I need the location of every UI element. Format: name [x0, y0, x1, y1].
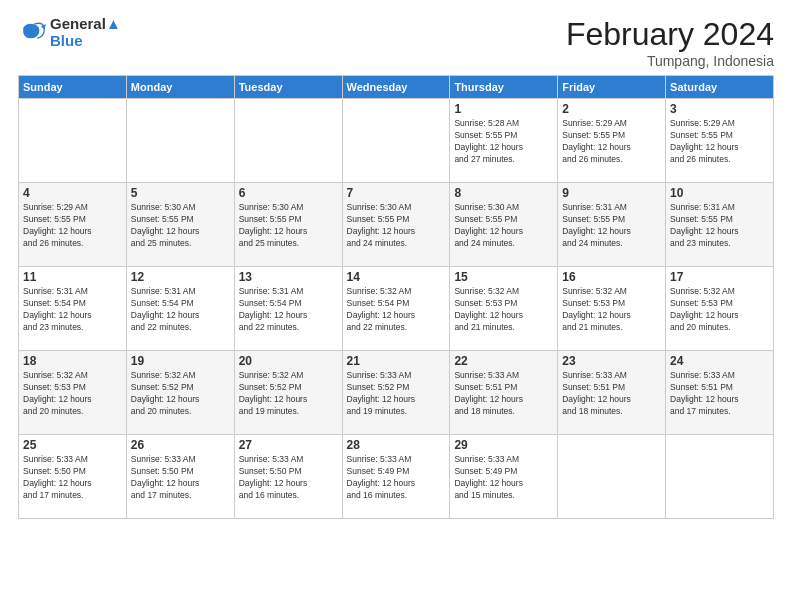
day-number: 20 — [239, 354, 338, 368]
day-number: 4 — [23, 186, 122, 200]
day-number: 18 — [23, 354, 122, 368]
day-info: Sunrise: 5:33 AM Sunset: 5:49 PM Dayligh… — [347, 454, 446, 502]
col-sunday: Sunday — [19, 76, 127, 99]
day-info: Sunrise: 5:31 AM Sunset: 5:54 PM Dayligh… — [23, 286, 122, 334]
calendar-cell: 3Sunrise: 5:29 AM Sunset: 5:55 PM Daylig… — [666, 99, 774, 183]
day-number: 1 — [454, 102, 553, 116]
day-number: 5 — [131, 186, 230, 200]
week-row-2: 4Sunrise: 5:29 AM Sunset: 5:55 PM Daylig… — [19, 183, 774, 267]
day-number: 3 — [670, 102, 769, 116]
calendar-cell: 15Sunrise: 5:32 AM Sunset: 5:53 PM Dayli… — [450, 267, 558, 351]
week-row-5: 25Sunrise: 5:33 AM Sunset: 5:50 PM Dayli… — [19, 435, 774, 519]
calendar-cell: 26Sunrise: 5:33 AM Sunset: 5:50 PM Dayli… — [126, 435, 234, 519]
day-info: Sunrise: 5:32 AM Sunset: 5:53 PM Dayligh… — [670, 286, 769, 334]
day-number: 9 — [562, 186, 661, 200]
day-number: 17 — [670, 270, 769, 284]
calendar-cell: 16Sunrise: 5:32 AM Sunset: 5:53 PM Dayli… — [558, 267, 666, 351]
calendar-cell: 5Sunrise: 5:30 AM Sunset: 5:55 PM Daylig… — [126, 183, 234, 267]
day-info: Sunrise: 5:33 AM Sunset: 5:49 PM Dayligh… — [454, 454, 553, 502]
day-number: 28 — [347, 438, 446, 452]
day-number: 23 — [562, 354, 661, 368]
day-number: 24 — [670, 354, 769, 368]
calendar-cell: 12Sunrise: 5:31 AM Sunset: 5:54 PM Dayli… — [126, 267, 234, 351]
week-row-4: 18Sunrise: 5:32 AM Sunset: 5:53 PM Dayli… — [19, 351, 774, 435]
day-number: 7 — [347, 186, 446, 200]
day-number: 8 — [454, 186, 553, 200]
day-number: 10 — [670, 186, 769, 200]
header-row: Sunday Monday Tuesday Wednesday Thursday… — [19, 76, 774, 99]
day-info: Sunrise: 5:29 AM Sunset: 5:55 PM Dayligh… — [23, 202, 122, 250]
col-friday: Friday — [558, 76, 666, 99]
calendar-cell: 6Sunrise: 5:30 AM Sunset: 5:55 PM Daylig… — [234, 183, 342, 267]
calendar-table: Sunday Monday Tuesday Wednesday Thursday… — [18, 75, 774, 519]
title-block: February 2024 Tumpang, Indonesia — [566, 16, 774, 69]
calendar-cell: 24Sunrise: 5:33 AM Sunset: 5:51 PM Dayli… — [666, 351, 774, 435]
day-info: Sunrise: 5:31 AM Sunset: 5:54 PM Dayligh… — [131, 286, 230, 334]
day-number: 12 — [131, 270, 230, 284]
calendar-cell: 22Sunrise: 5:33 AM Sunset: 5:51 PM Dayli… — [450, 351, 558, 435]
calendar-cell: 27Sunrise: 5:33 AM Sunset: 5:50 PM Dayli… — [234, 435, 342, 519]
header: General▲ Blue February 2024 Tumpang, Ind… — [18, 16, 774, 69]
day-info: Sunrise: 5:32 AM Sunset: 5:52 PM Dayligh… — [131, 370, 230, 418]
calendar-cell — [19, 99, 127, 183]
title-location: Tumpang, Indonesia — [566, 53, 774, 69]
calendar-cell: 4Sunrise: 5:29 AM Sunset: 5:55 PM Daylig… — [19, 183, 127, 267]
calendar-cell: 2Sunrise: 5:29 AM Sunset: 5:55 PM Daylig… — [558, 99, 666, 183]
day-info: Sunrise: 5:30 AM Sunset: 5:55 PM Dayligh… — [454, 202, 553, 250]
calendar-cell — [558, 435, 666, 519]
calendar-cell: 20Sunrise: 5:32 AM Sunset: 5:52 PM Dayli… — [234, 351, 342, 435]
col-monday: Monday — [126, 76, 234, 99]
day-number: 11 — [23, 270, 122, 284]
calendar-cell: 25Sunrise: 5:33 AM Sunset: 5:50 PM Dayli… — [19, 435, 127, 519]
logo-text: General▲ Blue — [50, 16, 121, 49]
day-info: Sunrise: 5:33 AM Sunset: 5:51 PM Dayligh… — [670, 370, 769, 418]
day-info: Sunrise: 5:33 AM Sunset: 5:50 PM Dayligh… — [131, 454, 230, 502]
day-number: 14 — [347, 270, 446, 284]
day-number: 21 — [347, 354, 446, 368]
day-info: Sunrise: 5:33 AM Sunset: 5:51 PM Dayligh… — [562, 370, 661, 418]
day-info: Sunrise: 5:33 AM Sunset: 5:51 PM Dayligh… — [454, 370, 553, 418]
day-info: Sunrise: 5:32 AM Sunset: 5:53 PM Dayligh… — [23, 370, 122, 418]
day-number: 25 — [23, 438, 122, 452]
calendar-cell — [234, 99, 342, 183]
day-info: Sunrise: 5:31 AM Sunset: 5:55 PM Dayligh… — [670, 202, 769, 250]
day-info: Sunrise: 5:33 AM Sunset: 5:50 PM Dayligh… — [239, 454, 338, 502]
calendar-cell: 14Sunrise: 5:32 AM Sunset: 5:54 PM Dayli… — [342, 267, 450, 351]
day-info: Sunrise: 5:30 AM Sunset: 5:55 PM Dayligh… — [239, 202, 338, 250]
day-number: 2 — [562, 102, 661, 116]
day-info: Sunrise: 5:30 AM Sunset: 5:55 PM Dayligh… — [347, 202, 446, 250]
day-info: Sunrise: 5:32 AM Sunset: 5:53 PM Dayligh… — [562, 286, 661, 334]
calendar-cell: 17Sunrise: 5:32 AM Sunset: 5:53 PM Dayli… — [666, 267, 774, 351]
week-row-3: 11Sunrise: 5:31 AM Sunset: 5:54 PM Dayli… — [19, 267, 774, 351]
calendar-cell: 29Sunrise: 5:33 AM Sunset: 5:49 PM Dayli… — [450, 435, 558, 519]
calendar-cell — [126, 99, 234, 183]
page: General▲ Blue February 2024 Tumpang, Ind… — [0, 0, 792, 529]
day-info: Sunrise: 5:31 AM Sunset: 5:54 PM Dayligh… — [239, 286, 338, 334]
calendar-cell: 13Sunrise: 5:31 AM Sunset: 5:54 PM Dayli… — [234, 267, 342, 351]
day-info: Sunrise: 5:28 AM Sunset: 5:55 PM Dayligh… — [454, 118, 553, 166]
day-info: Sunrise: 5:32 AM Sunset: 5:54 PM Dayligh… — [347, 286, 446, 334]
day-number: 15 — [454, 270, 553, 284]
calendar-cell: 7Sunrise: 5:30 AM Sunset: 5:55 PM Daylig… — [342, 183, 450, 267]
calendar-cell: 28Sunrise: 5:33 AM Sunset: 5:49 PM Dayli… — [342, 435, 450, 519]
calendar-cell: 21Sunrise: 5:33 AM Sunset: 5:52 PM Dayli… — [342, 351, 450, 435]
calendar-cell: 10Sunrise: 5:31 AM Sunset: 5:55 PM Dayli… — [666, 183, 774, 267]
calendar-cell: 1Sunrise: 5:28 AM Sunset: 5:55 PM Daylig… — [450, 99, 558, 183]
day-number: 19 — [131, 354, 230, 368]
calendar-cell: 9Sunrise: 5:31 AM Sunset: 5:55 PM Daylig… — [558, 183, 666, 267]
day-number: 16 — [562, 270, 661, 284]
day-number: 29 — [454, 438, 553, 452]
day-number: 13 — [239, 270, 338, 284]
col-wednesday: Wednesday — [342, 76, 450, 99]
week-row-1: 1Sunrise: 5:28 AM Sunset: 5:55 PM Daylig… — [19, 99, 774, 183]
day-number: 22 — [454, 354, 553, 368]
col-saturday: Saturday — [666, 76, 774, 99]
day-info: Sunrise: 5:32 AM Sunset: 5:53 PM Dayligh… — [454, 286, 553, 334]
day-info: Sunrise: 5:29 AM Sunset: 5:55 PM Dayligh… — [562, 118, 661, 166]
calendar-cell — [342, 99, 450, 183]
day-info: Sunrise: 5:30 AM Sunset: 5:55 PM Dayligh… — [131, 202, 230, 250]
logo: General▲ Blue — [18, 16, 121, 49]
calendar-cell: 8Sunrise: 5:30 AM Sunset: 5:55 PM Daylig… — [450, 183, 558, 267]
calendar-cell — [666, 435, 774, 519]
day-info: Sunrise: 5:32 AM Sunset: 5:52 PM Dayligh… — [239, 370, 338, 418]
